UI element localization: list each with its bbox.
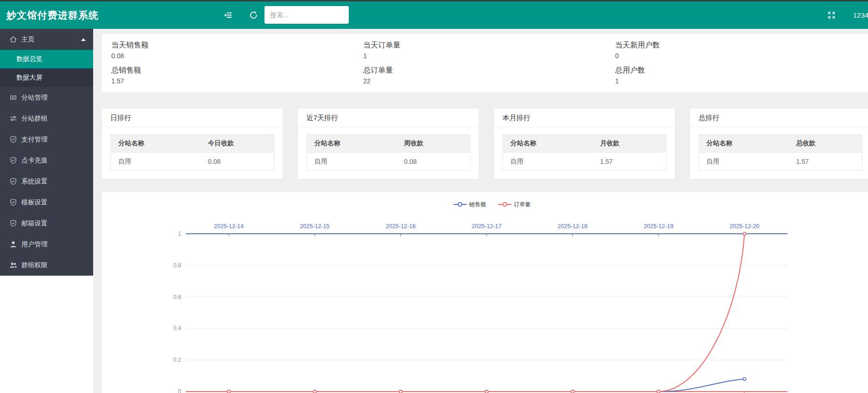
username[interactable]: 12345 [853, 11, 868, 19]
shield-icon [9, 136, 17, 143]
sidebar-subitem-label: 数据总览 [16, 55, 42, 63]
ranking-card-title: 近7天排行 [298, 108, 479, 127]
table-row: 自用0.08 [307, 153, 470, 171]
ranking-card-title: 总排行 [690, 108, 868, 127]
stat-value: 1 [363, 51, 615, 61]
ranking-cards-row: 日排行分站名称今日收款自用0.08近7天排行分站名称周收款自用0.08本月排行分… [102, 108, 868, 179]
collapse-menu-icon[interactable] [222, 9, 234, 21]
sidebar-item-label: 支付管理 [21, 136, 47, 144]
stat-cell: 当天销售额0.08 [111, 40, 363, 61]
ranking-card: 日排行分站名称今日收款自用0.08 [102, 108, 283, 179]
refresh-icon[interactable] [247, 9, 259, 21]
table-row: 自用1.57 [503, 153, 666, 171]
legend-item-销售额[interactable]: 销售额 [454, 201, 486, 209]
svg-text:2025-12-18: 2025-12-18 [558, 223, 588, 230]
sidebar-item-5[interactable]: 系统设置 [0, 171, 93, 192]
sidebar-subitem[interactable]: 数据总览 [0, 50, 93, 68]
sidebar: 主页数据总览数据大屏分站管理分站群组支付管理点卡充值系统设置模板设置邮箱设置用户… [0, 29, 93, 393]
sidebar-item-2[interactable]: 分站群组 [0, 108, 93, 129]
sidebar-item-label: 分站管理 [21, 94, 47, 102]
ranking-table: 分站名称月收款自用1.57 [502, 134, 666, 171]
sidebar-item-label: 用户管理 [21, 240, 47, 249]
legend-marker-icon [454, 201, 467, 208]
sidebar-item-label: 系统设置 [21, 177, 47, 186]
stat-value: 1.57 [111, 76, 363, 86]
ranking-card-title: 日排行 [102, 108, 283, 127]
top-header: 妙文馆付费进群系统 12345 [0, 1, 868, 29]
sidebar-menu: 主页数据总览数据大屏分站管理分站群组支付管理点卡充值系统设置模板设置邮箱设置用户… [0, 29, 93, 276]
shield-icon [9, 177, 17, 185]
stat-cell: 总用户数1 [615, 65, 867, 86]
stat-cell: 当天新用户数0 [615, 40, 867, 61]
app-title: 妙文馆付费进群系统 [0, 9, 140, 22]
table-row: 自用1.57 [699, 153, 862, 171]
stats-grid: 当天销售额0.08当天订单量1当天新用户数0总销售额1.57总订单量22总用户数… [111, 40, 865, 86]
ranking-table: 分站名称今日收款自用0.08 [110, 134, 274, 171]
stat-value: 22 [363, 76, 615, 86]
user-icon [9, 240, 17, 248]
sidebar-subitem[interactable]: 数据大屏 [0, 68, 93, 87]
sidebar-item-label: 模板设置 [21, 198, 47, 207]
stat-label: 当天销售额 [111, 40, 363, 50]
stat-value: 0.08 [111, 51, 363, 61]
stat-value: 1 [615, 76, 867, 86]
shield-icon [9, 219, 17, 227]
home-icon [9, 35, 17, 43]
sidebar-item-8[interactable]: 用户管理 [0, 234, 93, 255]
svg-text:0.2: 0.2 [173, 357, 181, 363]
stats-card: 当天销售额0.08当天订单量1当天新用户数0总销售额1.57总订单量22总用户数… [102, 34, 868, 93]
sidebar-submenu: 数据总览数据大屏 [0, 50, 93, 87]
stat-label: 当天新用户数 [615, 40, 867, 50]
shield-icon [9, 156, 17, 164]
ranking-card: 本月排行分站名称月收款自用1.57 [494, 108, 675, 179]
svg-text:0: 0 [178, 388, 181, 393]
svg-text:0.6: 0.6 [173, 294, 181, 300]
sidebar-item-label: 群组权限 [21, 261, 47, 270]
shield-icon [9, 198, 17, 206]
stat-label: 当天订单量 [363, 40, 615, 50]
sidebar-item-4[interactable]: 点卡充值 [0, 150, 93, 171]
stat-value: 0 [615, 51, 867, 61]
sidebar-item-7[interactable]: 邮箱设置 [0, 213, 93, 234]
sidebar-item-label: 分站群组 [21, 115, 47, 123]
stat-label: 总用户数 [615, 65, 867, 75]
app-icon [9, 94, 17, 102]
search-box [264, 6, 349, 24]
stat-cell: 当天订单量1 [363, 40, 615, 61]
svg-text:2025-12-17: 2025-12-17 [472, 223, 502, 230]
main-content: 当天销售额0.08当天订单量1当天新用户数0总销售额1.57总订单量22总用户数… [93, 29, 868, 393]
chevron-up-icon [81, 38, 86, 41]
chart-legend: 销售额订单量 [102, 192, 868, 208]
sidebar-item-label: 主页 [21, 35, 34, 44]
fullscreen-icon[interactable] [825, 9, 837, 21]
svg-text:2025-12-20: 2025-12-20 [730, 223, 760, 230]
search-input[interactable] [264, 6, 349, 24]
sidebar-item-1[interactable]: 分站管理 [0, 87, 93, 108]
sidebar-item-9[interactable]: 群组权限 [0, 255, 93, 276]
svg-text:2025-12-14: 2025-12-14 [214, 223, 244, 230]
svg-text:2025-12-19: 2025-12-19 [644, 223, 673, 230]
stat-cell: 总订单量22 [363, 65, 615, 86]
sidebar-item-0[interactable]: 主页 [0, 29, 93, 50]
ranking-table: 分站名称总收款自用1.57 [698, 134, 862, 171]
svg-text:0.4: 0.4 [173, 325, 181, 332]
sidebar-item-3[interactable]: 支付管理 [0, 129, 93, 150]
legend-marker-icon [498, 201, 511, 208]
sidebar-item-6[interactable]: 模板设置 [0, 192, 93, 213]
svg-text:2025-12-16: 2025-12-16 [386, 223, 415, 230]
sidebar-subitem-label: 数据大屏 [16, 74, 42, 82]
legend-label: 订单量 [514, 201, 531, 209]
chart-card: 销售额订单量 00.20.40.60.812025-12-142025-12-1… [102, 191, 868, 393]
sliders-icon [9, 115, 17, 122]
stat-cell: 总销售额1.57 [111, 65, 363, 86]
stat-label: 总订单量 [363, 65, 615, 75]
ranking-card: 近7天排行分站名称周收款自用0.08 [298, 108, 479, 179]
ranking-table: 分站名称周收款自用0.08 [306, 134, 470, 171]
legend-item-订单量[interactable]: 订单量 [498, 201, 531, 209]
sidebar-item-label: 点卡充值 [21, 156, 47, 165]
svg-text:2025-12-15: 2025-12-15 [300, 223, 330, 230]
stat-label: 总销售额 [111, 65, 363, 75]
svg-text:0.8: 0.8 [173, 262, 181, 269]
ranking-card: 总排行分站名称总收款自用1.57 [690, 108, 868, 179]
table-row: 自用0.08 [111, 153, 274, 171]
